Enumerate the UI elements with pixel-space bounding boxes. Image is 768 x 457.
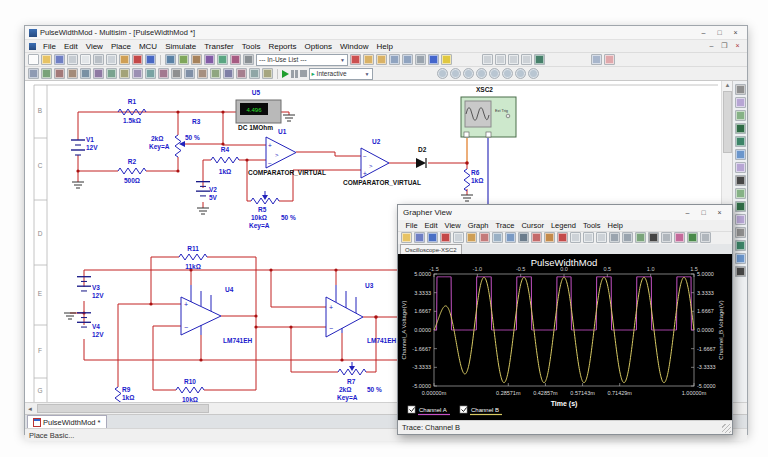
menu-item-simulate[interactable]: Simulate	[161, 42, 200, 51]
page-properties-icon[interactable]	[479, 232, 490, 243]
menu-item-edit[interactable]: Edit	[421, 221, 441, 230]
multimeter-u5[interactable]: 4.496	[236, 100, 281, 123]
overlay-traces-icon[interactable]	[518, 232, 529, 243]
bode-plotter-icon[interactable]	[735, 149, 746, 160]
menu-item-tools[interactable]: Tools	[579, 221, 604, 230]
zoom-area-icon[interactable]	[596, 232, 607, 243]
place-connector-icon[interactable]	[223, 68, 234, 79]
color-icon[interactable]	[674, 232, 685, 243]
copy-page-icon[interactable]	[622, 232, 633, 243]
distortion-analyzer-icon[interactable]	[735, 227, 746, 238]
grapher-maximize-button[interactable]: □	[696, 207, 711, 217]
select-tool-icon[interactable]	[661, 232, 672, 243]
quick-access-probe-icon[interactable]	[528, 68, 539, 79]
place-basic-icon[interactable]	[41, 68, 52, 79]
place-misc-icon[interactable]	[171, 68, 182, 79]
menu-item-help[interactable]: Help	[604, 221, 626, 230]
menu-item-mcu[interactable]: MCU	[135, 42, 161, 51]
menu-item-graph[interactable]: Graph	[464, 221, 492, 230]
current-clamp-icon[interactable]	[735, 266, 746, 277]
place-bus-icon[interactable]	[262, 68, 273, 79]
place-transistor-icon[interactable]	[67, 68, 78, 79]
zoom-fullscreen-icon[interactable]	[534, 54, 545, 65]
menu-item-tools[interactable]: Tools	[238, 42, 265, 51]
help-icon[interactable]	[441, 54, 452, 65]
menu-item-transfer[interactable]: Transfer	[200, 42, 238, 51]
place-rf-icon[interactable]	[197, 68, 208, 79]
new-icon[interactable]	[28, 54, 39, 65]
place-hierarchical-icon[interactable]	[249, 68, 260, 79]
current-probe-icon[interactable]	[463, 68, 474, 79]
save-icon[interactable]	[414, 232, 425, 243]
place-indicator-icon[interactable]	[145, 68, 156, 79]
logic-converter-icon[interactable]	[735, 201, 746, 212]
frequency-counter-icon[interactable]	[735, 162, 746, 173]
design-toolbox-icon[interactable]	[165, 54, 176, 65]
network-analyzer-icon[interactable]	[735, 253, 746, 264]
copy-graph-icon[interactable]	[609, 232, 620, 243]
zoom-in-icon[interactable]	[570, 232, 581, 243]
place-analog-icon[interactable]	[80, 68, 91, 79]
options-icon[interactable]	[700, 232, 711, 243]
spreadsheet-view-icon[interactable]	[178, 54, 189, 65]
probe-settings-icon[interactable]	[515, 68, 526, 79]
mdi-restore-button[interactable]: ❒	[719, 42, 730, 50]
place-advanced-peripherals-icon[interactable]	[184, 68, 195, 79]
scroll-left-icon[interactable]: ◄	[25, 406, 35, 412]
voltage-probe-icon[interactable]	[450, 68, 461, 79]
hierarchy-icon[interactable]	[243, 54, 254, 65]
measurement-probe-icon[interactable]	[437, 68, 448, 79]
open-icon[interactable]	[41, 54, 52, 65]
diode-d2[interactable]	[416, 158, 426, 168]
differential-probe-icon[interactable]	[489, 68, 500, 79]
redo-icon[interactable]	[145, 54, 156, 65]
four-channel-oscilloscope-icon[interactable]	[735, 136, 746, 147]
menu-item-view[interactable]: View	[441, 221, 464, 230]
menu-item-place[interactable]: Place	[107, 42, 135, 51]
erc-check-icon[interactable]	[350, 54, 361, 65]
resize-grip[interactable]	[722, 424, 731, 433]
zoom-in-icon[interactable]	[482, 54, 493, 65]
export-icon[interactable]	[376, 54, 387, 65]
menu-item-reports[interactable]: Reports	[264, 42, 300, 51]
simulation-mode-combo[interactable]: ▸ Interactive▼	[309, 68, 373, 80]
place-power-icon[interactable]	[158, 68, 169, 79]
export-data-icon[interactable]	[635, 232, 646, 243]
wattmeter-icon[interactable]	[735, 110, 746, 121]
trace-a-icon[interactable]	[531, 232, 542, 243]
copy-icon[interactable]	[106, 54, 117, 65]
place-mcu-icon[interactable]	[236, 68, 247, 79]
find-icon[interactable]	[415, 54, 426, 65]
spreadsheet-bar-icon[interactable]	[604, 54, 615, 65]
maximize-button[interactable]: □	[712, 28, 727, 38]
text-annotation-icon[interactable]	[648, 232, 659, 243]
grapher-minimize-button[interactable]: –	[680, 207, 695, 217]
oscilloscope-xsc2[interactable]: Ext Trig	[461, 97, 516, 137]
database-manager-icon[interactable]	[191, 54, 202, 65]
place-source-icon[interactable]	[28, 68, 39, 79]
delete-icon[interactable]	[440, 232, 451, 243]
pause-simulation-button[interactable]	[291, 70, 298, 78]
spectrum-analyzer-icon[interactable]	[735, 240, 746, 251]
place-misc-digital-icon[interactable]	[119, 68, 130, 79]
power-probe-icon[interactable]	[476, 68, 487, 79]
iv-analyzer-icon[interactable]	[735, 214, 746, 225]
stop-simulation-button[interactable]	[300, 70, 307, 77]
save-icon[interactable]	[54, 54, 65, 65]
paste-icon[interactable]	[466, 232, 477, 243]
print-icon[interactable]	[67, 54, 78, 65]
menu-item-file[interactable]: File	[402, 221, 421, 230]
zoom-out-icon[interactable]	[495, 54, 506, 65]
place-cmos-icon[interactable]	[106, 68, 117, 79]
place-ttl-icon[interactable]	[93, 68, 104, 79]
menu-item-window[interactable]: Window	[336, 42, 372, 51]
menu-item-view[interactable]: View	[82, 42, 107, 51]
undo-icon[interactable]	[427, 232, 438, 243]
trace-b-icon[interactable]	[544, 232, 555, 243]
run-simulation-button[interactable]	[282, 70, 289, 78]
zoom-area-icon[interactable]	[508, 54, 519, 65]
word-generator-icon[interactable]	[735, 175, 746, 186]
in-use-list-combo[interactable]: --- In-Use List ---▼	[256, 54, 348, 66]
copy-icon[interactable]	[453, 232, 464, 243]
menu-item-edit[interactable]: Edit	[60, 42, 82, 51]
